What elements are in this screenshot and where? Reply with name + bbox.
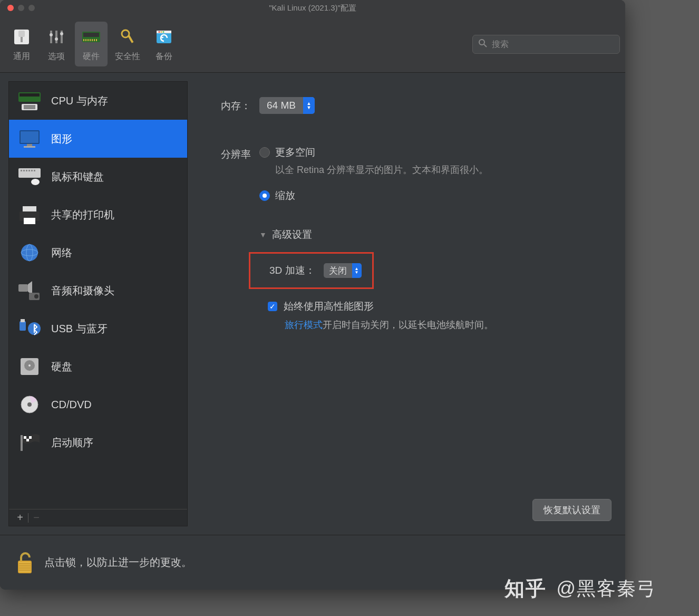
- resolution-scaled[interactable]: 缩放: [259, 189, 606, 203]
- sidebar-item-printers[interactable]: 共享的打印机: [9, 196, 187, 234]
- svg-rect-43: [23, 206, 36, 211]
- flag-icon: [16, 432, 43, 453]
- disc-icon: [16, 394, 43, 415]
- svg-point-7: [55, 37, 58, 41]
- svg-rect-49: [18, 284, 28, 292]
- svg-point-25: [479, 40, 484, 45]
- svg-rect-16: [94, 39, 95, 41]
- sidebar-footer: + −: [9, 509, 187, 526]
- toolbar-tab-security[interactable]: 安全性: [110, 22, 145, 66]
- svg-rect-17: [96, 39, 97, 41]
- svg-rect-61: [21, 435, 23, 451]
- memory-value: 64 MB: [259, 100, 303, 111]
- add-device-button[interactable]: +: [14, 512, 26, 524]
- sidebar-item-mouse-keyboard[interactable]: 鼠标和键盘: [9, 158, 187, 196]
- close-button[interactable]: [7, 5, 14, 11]
- window-title: "Kali Linux (2021.3)"配置: [0, 3, 625, 13]
- search-input[interactable]: [492, 40, 614, 49]
- sidebar-item-cpu-memory[interactable]: CPU 与内存: [9, 82, 187, 120]
- sidebar-item-hdd[interactable]: 硬盘: [9, 348, 187, 386]
- content-area: CPU 与内存 图形 鼠标和键盘: [0, 73, 625, 535]
- graphics-panel: 内存： 64 MB ▲▼ 分辨率 更多空间 以全 Retina 分辨率显示的图片…: [196, 81, 617, 526]
- svg-rect-64: [26, 439, 29, 441]
- svg-rect-34: [24, 146, 35, 148]
- sidebar-item-label: 共享的打印机: [51, 208, 114, 222]
- svg-point-57: [28, 364, 31, 367]
- divider: [28, 513, 28, 523]
- resolution-more-space[interactable]: 更多空间: [259, 146, 606, 159]
- resolution-hint: 以全 Retina 分辨率显示的图片。文本和界面很小。: [275, 163, 606, 176]
- titlebar: "Kali Linux (2021.3)"配置: [0, 0, 625, 16]
- advanced-title: 高级设置: [272, 228, 312, 242]
- checkbox-on-icon: ✓: [268, 302, 277, 311]
- unlocked-icon[interactable]: [15, 550, 35, 575]
- svg-rect-39: [28, 170, 30, 171]
- triangle-down-icon: ▼: [259, 230, 267, 239]
- toolbar: 通用 选项 硬件 安全性 备份: [0, 16, 625, 73]
- sidebar-item-label: 鼠标和键盘: [51, 170, 104, 184]
- sidebar-item-cd-dvd[interactable]: CD/DVD: [9, 386, 187, 424]
- settings-window: "Kali Linux (2021.3)"配置 通用 选项 硬件 安全性: [0, 0, 625, 590]
- toolbar-tab-backup[interactable]: 备份: [148, 22, 180, 66]
- sidebar-item-graphics[interactable]: 图形: [9, 120, 187, 158]
- svg-point-6: [50, 33, 53, 36]
- svg-rect-32: [21, 131, 38, 143]
- high-perf-checkbox[interactable]: ✓ 始终使用高性能图形: [268, 300, 606, 313]
- svg-rect-66: [19, 562, 31, 572]
- maximize-button[interactable]: [28, 5, 35, 11]
- globe-icon: [16, 242, 43, 263]
- highlight-annotation: 3D 加速： 关闭 ▲▼: [249, 252, 374, 289]
- mouse-icon: [16, 166, 43, 187]
- svg-point-51: [34, 294, 38, 299]
- audio-icon: [16, 280, 43, 301]
- svg-rect-63: [29, 436, 32, 439]
- sidebar-item-label: CPU 与内存: [51, 94, 108, 108]
- advanced-disclosure[interactable]: ▼ 高级设置: [259, 228, 606, 242]
- radio-label: 更多空间: [275, 146, 315, 159]
- usb-icon: [16, 318, 43, 339]
- sliders-icon: [45, 26, 67, 48]
- chip-icon: [80, 26, 102, 48]
- travel-mode-link[interactable]: 旅行模式: [285, 320, 323, 330]
- svg-point-60: [27, 402, 32, 407]
- svg-rect-37: [23, 170, 25, 171]
- radio-off-icon: [259, 147, 270, 158]
- svg-rect-36: [21, 170, 22, 171]
- display-icon: [16, 128, 43, 149]
- svg-point-42: [31, 179, 40, 185]
- svg-rect-30: [24, 105, 35, 109]
- memory-select[interactable]: 64 MB ▲▼: [259, 97, 315, 114]
- svg-rect-13: [88, 39, 89, 41]
- svg-rect-41: [34, 170, 35, 171]
- svg-rect-2: [18, 31, 25, 37]
- sidebar-item-boot-order[interactable]: 启动顺序: [9, 424, 187, 461]
- toolbar-tab-label: 备份: [156, 51, 172, 62]
- svg-rect-3: [50, 31, 52, 43]
- watermark-logo: 知乎: [504, 575, 547, 602]
- toolbar-tab-label: 选项: [48, 51, 65, 62]
- toolbar-tab-hardware[interactable]: 硬件: [75, 22, 108, 66]
- svg-point-46: [21, 244, 38, 261]
- minimize-button[interactable]: [18, 5, 24, 11]
- sidebar-item-label: CD/DVD: [51, 399, 92, 411]
- sidebar-item-label: USB 与蓝牙: [51, 322, 108, 336]
- stepper-arrows-icon: ▲▼: [352, 263, 362, 278]
- remove-device-button: −: [31, 512, 42, 524]
- sidebar-item-usb-bluetooth[interactable]: USB 与蓝牙: [9, 310, 187, 348]
- accel-label: 3D 加速：: [269, 264, 315, 277]
- sidebar-item-network[interactable]: 网络: [9, 234, 187, 272]
- svg-rect-52: [20, 321, 26, 331]
- radio-label: 缩放: [275, 189, 295, 203]
- accel-select[interactable]: 关闭 ▲▼: [324, 263, 362, 278]
- svg-rect-12: [85, 39, 86, 41]
- sidebar-item-audio-camera[interactable]: 音频和摄像头: [9, 272, 187, 310]
- search-field[interactable]: [472, 35, 620, 54]
- svg-rect-53: [21, 319, 25, 322]
- toolbar-tab-general[interactable]: 通用: [5, 22, 38, 66]
- svg-rect-11: [83, 39, 84, 41]
- toolbar-tab-options[interactable]: 选项: [40, 22, 73, 66]
- printer-icon: [16, 204, 43, 225]
- svg-rect-45: [24, 218, 35, 224]
- checkbox-label: 始终使用高性能图形: [284, 300, 374, 313]
- restore-defaults-button[interactable]: 恢复默认设置: [532, 499, 611, 521]
